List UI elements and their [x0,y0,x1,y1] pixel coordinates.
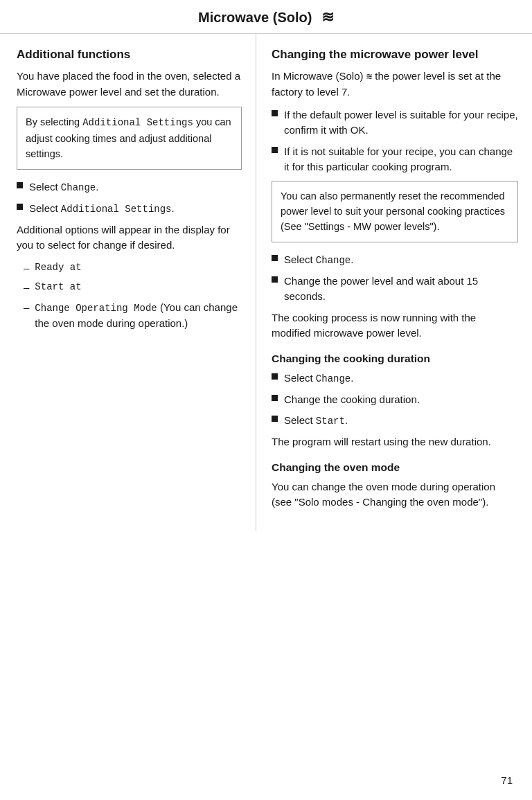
bullet-default-power: If the default power level is suitable f… [272,107,518,139]
left-column: Additional functions You have placed the… [0,34,256,531]
bullet-select-change-r: Select Change. [272,252,518,268]
dash-change-mode: – Change Operating Mode (You can change … [17,300,242,332]
bullet-not-suitable-text: If it is not suitable for your recipe, y… [284,144,518,175]
dash-ready-at-label: Ready at [35,260,81,275]
right-column: Changing the microwave power level In Mi… [256,34,532,531]
bullet-change-duration-text: Change the cooking duration. [284,392,518,408]
left-section-title: Additional functions [17,48,242,62]
bullet-text: Select Change. [29,179,242,195]
bullet-icon [17,182,23,188]
main-content: Additional functions You have placed the… [0,34,532,531]
bullet-select-change-cd: Select Change. [272,371,518,386]
start-link: Start [316,416,345,427]
right-info-box-text: You can also permanently reset the recom… [281,190,505,233]
info-box-link1: Additional Settings [82,117,193,128]
bullet-icon-r4 [272,276,278,283]
bullet-select-change-r-text: Select Change. [284,252,518,268]
microwave-intro: In Microwave (Solo) ≋ the power level is… [272,69,518,100]
bullet-select-start-text: Select Start. [284,413,518,429]
change-link: Change [61,182,96,193]
bullet-icon-cd1 [272,373,278,380]
bullet-change-power-text: Change the power level and wait about 15… [284,274,518,305]
microwave-wave-icon: ≋ [366,71,372,82]
bullet-icon-cd3 [272,416,278,422]
microwave-icon: ≋ [321,8,334,26]
left-intro: You have placed the food in the oven, se… [17,69,242,100]
bullet-select-additional: Select Additional Settings. [17,201,242,217]
page-header: Microwave (Solo) ≋ [0,0,532,34]
dash-change-mode-text: Change Operating Mode (You can change th… [35,300,242,332]
change-link-cd: Change [316,373,351,384]
bullet-icon-cd2 [272,395,278,401]
additional-options-text: Additional options will appear in the di… [17,222,242,254]
dash-start-at: – Start at [17,280,242,296]
page-number: 71 [501,774,513,786]
right-section-title-1: Changing the microwave power level [272,48,518,62]
dash-start-at-label: Start at [35,280,81,294]
bullet-icon-r1 [272,110,278,116]
left-info-box: By selecting Additional Settings you can… [17,107,242,170]
bullet-change-power: Change the power level and wait about 15… [272,274,518,305]
change-link-r: Change [316,255,351,266]
bullet-not-suitable: If it is not suitable for your recipe, y… [272,144,518,175]
dash-ready-at: – Ready at [17,260,242,276]
bullet-select-change: Select Change. [17,179,242,195]
info-box-prefix: By selecting [26,116,82,127]
bullet-icon-r2 [272,147,278,153]
bullet-icon-2 [17,204,23,210]
right-section-title-3: Changing the oven mode [272,461,518,474]
bullet-select-change-cd-text: Select Change. [284,371,518,386]
header-title: Microwave (Solo) [198,10,312,25]
right-info-box: You can also permanently reset the recom… [272,181,518,242]
cooking-process-text: The cooking process is now running with … [272,310,518,341]
program-restart-text: The program will restart using the new d… [272,434,518,450]
bullet-icon-r3 [272,255,278,261]
right-section-title-2: Changing the cooking duration [272,353,518,365]
oven-mode-text: You can change the oven mode during oper… [272,479,518,510]
bullet-change-duration: Change the cooking duration. [272,392,518,408]
bullet-select-start: Select Start. [272,413,518,429]
bullet-default-power-text: If the default power level is suitable f… [284,107,518,139]
additional-settings-link: Additional Settings [61,204,172,215]
bullet-text-2: Select Additional Settings. [29,201,242,217]
